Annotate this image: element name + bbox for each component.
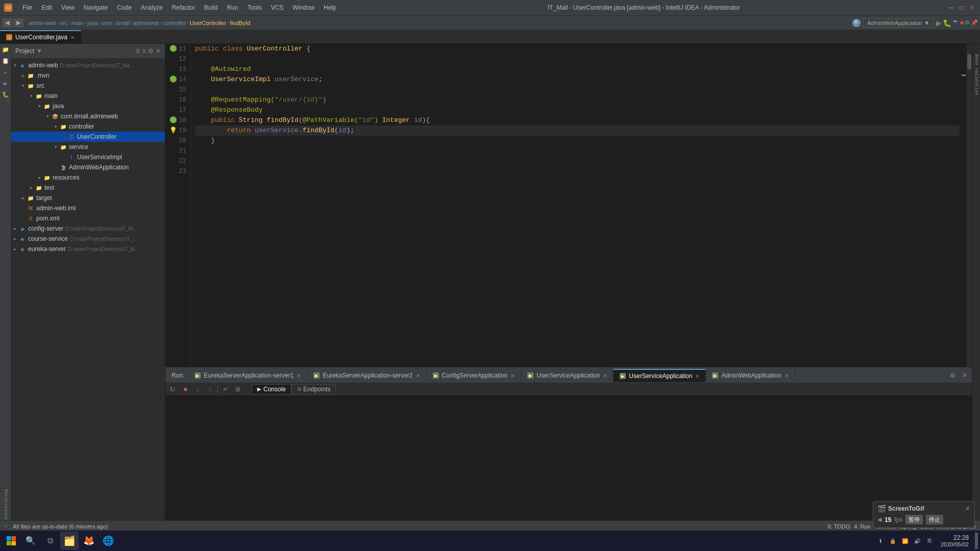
breadcrumb-main[interactable]: main (71, 20, 84, 26)
tree-item-config-server[interactable]: ▸ ◈ config-server D:\mainProjectDirector… (11, 223, 165, 234)
gutter-icon-11[interactable]: 🟢 (170, 45, 177, 53)
menu-edit[interactable]: Edit (37, 3, 56, 12)
gutter-icon-14[interactable]: 🟢 (170, 76, 177, 83)
run-tab-close-3[interactable]: ✕ (510, 373, 514, 379)
breadcrumb-itmall[interactable]: itmall (116, 20, 130, 26)
nav-right[interactable]: 🔍 AdminWebApplication ▼ ▶ 🐛 ☂ ■ ⚙ 📌 (852, 18, 978, 28)
nav-buttons-left[interactable]: ◀ ▶ (2, 18, 23, 27)
notif-stop-button[interactable]: 停止 (926, 515, 943, 524)
console-tab[interactable]: ▶ Console (252, 384, 291, 394)
tree-item-resources[interactable]: ▸ 📁 resources (11, 172, 165, 183)
system-tray[interactable]: ⬆ 🔒 📶 🔊 英 (875, 536, 935, 546)
bean-validation-label[interactable]: Bean Validation (974, 54, 979, 95)
run-tab-close-5[interactable]: ✕ (695, 373, 699, 379)
menu-navigate[interactable]: Navigate (80, 3, 112, 12)
panel-settings-icon[interactable]: ⚙ (148, 47, 154, 55)
run-button[interactable]: ▶ (936, 19, 942, 27)
menu-analyze[interactable]: Analyze (137, 3, 167, 12)
tab-usercontroller[interactable]: J UserController.java ✕ (0, 30, 81, 43)
project-view-toggle[interactable]: 📁 (0, 44, 11, 55)
collapse-all-icon[interactable]: ≡ (142, 47, 146, 55)
menu-code[interactable]: Code (113, 3, 136, 12)
nav-back[interactable]: ◀ (2, 18, 12, 27)
console-output[interactable] (165, 396, 972, 520)
breadcrumb-usercontroller[interactable]: UserController (190, 20, 226, 26)
taskbar-explorer[interactable]: 🗂️ (60, 532, 79, 550)
notif-back-icon[interactable]: ◀ (877, 516, 881, 523)
wrap-output-button[interactable]: ↵ (220, 384, 231, 395)
favorites-toggle[interactable]: ★ (0, 66, 11, 78)
run-tab-eureka2[interactable]: ▶ EurekaServerApplication-server2 ✕ (307, 369, 426, 382)
tab-close-icon[interactable]: ✕ (70, 35, 75, 40)
tree-item-target[interactable]: ▸ 📁 target (11, 193, 165, 203)
run-tab-userservice1[interactable]: ▶ UserServiceApplication ✕ (521, 369, 614, 382)
tree-item-package[interactable]: ▾ 📦 com.itmall.adminweb (11, 111, 165, 121)
menu-help[interactable]: Help (320, 3, 340, 12)
notif-close-icon[interactable]: ✕ (965, 505, 970, 512)
clock[interactable]: 22:28 2020/05/02 (937, 534, 973, 547)
tree-item-pom[interactable]: X pom.xml (11, 213, 165, 223)
scrollbar-thumb[interactable] (967, 54, 971, 69)
scroll-from-source-icon[interactable]: ⊙ (135, 47, 140, 55)
breadcrumb-findbyid[interactable]: findById (230, 20, 250, 26)
run-buttons[interactable]: ▶ 🐛 ☂ (936, 19, 958, 27)
run-toggle[interactable]: ▶ (0, 78, 11, 89)
title-bar-controls[interactable]: ─ □ ✕ (947, 4, 976, 12)
tray-icon-2[interactable]: 🔒 (888, 536, 898, 546)
run-tab-close-6[interactable]: ✕ (785, 373, 789, 379)
tree-item-java[interactable]: ▾ 📁 java (11, 101, 165, 111)
run-tab-close-1[interactable]: ✕ (297, 373, 301, 379)
status-run[interactable]: 4: Run (854, 523, 870, 530)
menu-view[interactable]: View (57, 3, 79, 12)
menu-refactor[interactable]: Refactor (168, 3, 199, 12)
menu-tools[interactable]: Tools (243, 3, 266, 12)
menu-file[interactable]: File (18, 3, 36, 12)
settings-icon[interactable]: ⚙ (965, 19, 970, 26)
tree-item-userserviceimpl[interactable]: I UserServiceImpl (11, 152, 165, 162)
taskbar-chrome[interactable]: 🌐 (99, 532, 117, 550)
show-desktop-button[interactable] (975, 533, 978, 549)
editor-scrollbar[interactable] (967, 44, 972, 367)
run-panel-controls[interactable]: ⚙ ✕ (947, 370, 970, 381)
tree-item-admin-web[interactable]: ▾ ◈ admin-web D:\mainProjectDirectory\IT… (11, 60, 165, 70)
run-tab-adminweb[interactable]: ▶ AdminWebApplication ✕ (706, 369, 795, 382)
close-button[interactable]: ✕ (968, 4, 976, 12)
search-taskbar[interactable]: 🔍 (21, 532, 40, 550)
tree-item-adminwebapp[interactable]: 🍃 AdminWebApplication (11, 162, 165, 172)
endpoints-tab[interactable]: ⊙ Endpoints (291, 384, 336, 394)
run-tab-configserver[interactable]: ▶ ConfigServerApplication ✕ (427, 369, 522, 382)
scroll-down-button[interactable]: ↓ (192, 384, 203, 395)
gutter-icon-18[interactable]: 🟢 (170, 117, 177, 124)
panel-hide-icon[interactable]: ✕ (156, 47, 161, 55)
breadcrumb-src[interactable]: src (60, 20, 67, 26)
tray-icon-volume[interactable]: 🔊 (912, 536, 922, 546)
tray-icon-input[interactable]: 英 (924, 536, 935, 546)
tree-item-test[interactable]: ▸ 📁 test (11, 183, 165, 193)
tree-item-usercontroller[interactable]: C UserController (11, 132, 165, 142)
tree-item-src[interactable]: ▾ 📁 src (11, 81, 165, 91)
bookmark-icon[interactable]: 📌 (971, 19, 978, 26)
tree-item-iml[interactable]: M admin-web.iml (11, 203, 165, 213)
run-tab-close-2[interactable]: ✕ (416, 373, 420, 379)
menu-window[interactable]: Window (288, 3, 318, 12)
search-everywhere-icon[interactable]: 🔍 (852, 19, 861, 27)
menu-run[interactable]: Run (223, 3, 242, 12)
notif-pause-button[interactable]: 暂停 (905, 515, 923, 524)
persistence-toggle[interactable]: Persistence (0, 488, 11, 520)
taskbar-left[interactable]: 🔍 ⧉ 🗂️ 🦊 🌐 (2, 532, 117, 550)
run-tab-close-4[interactable]: ✕ (603, 373, 607, 379)
tree-item-course-service[interactable]: ▸ ◈ course-service D:\mainProjectDirecto… (11, 234, 165, 244)
gutter-icon-19-bulb[interactable]: 💡 (170, 127, 177, 134)
debug-toggle[interactable]: 🐛 (0, 89, 11, 100)
tree-item-main[interactable]: ▾ 📁 main (11, 91, 165, 101)
restore-button[interactable]: □ (958, 4, 966, 12)
tree-item-service[interactable]: ▾ 📁 service (11, 142, 165, 152)
run-tab-eureka1[interactable]: ▶ EurekaServerApplication-server1 ✕ (188, 369, 307, 382)
breadcrumb-admin-web[interactable]: admin-web (29, 20, 56, 26)
stop-button[interactable]: ■ (960, 19, 964, 26)
menu-vcs[interactable]: VCS (267, 3, 288, 12)
tree-item-controller[interactable]: ▾ 📁 controller (11, 121, 165, 132)
restart-icon[interactable]: ↻ (169, 385, 176, 393)
structure-toggle[interactable]: 📋 (0, 55, 11, 66)
toolbar-right[interactable]: ■ ⚙ 📌 (960, 19, 978, 26)
